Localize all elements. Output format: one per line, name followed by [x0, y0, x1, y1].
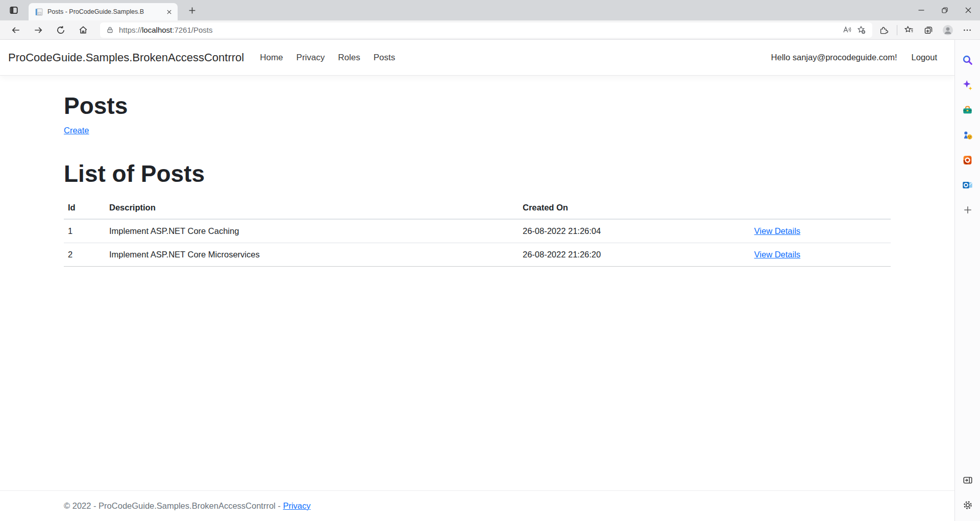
more-menu-icon[interactable]	[959, 22, 976, 38]
url-text[interactable]: https://localhost:7261/Posts	[119, 26, 840, 34]
nav-link-privacy[interactable]: Privacy	[290, 53, 332, 63]
new-tab-button[interactable]	[185, 3, 199, 17]
footer-privacy-link[interactable]: Privacy	[283, 501, 310, 510]
add-favorite-icon[interactable]	[854, 23, 868, 37]
nav-link-home[interactable]: Home	[253, 53, 289, 63]
browser-tab-strip: Posts - ProCodeGuide.Samples.B	[0, 0, 980, 20]
nav-link-posts[interactable]: Posts	[367, 53, 402, 63]
column-header-description: Description	[105, 197, 519, 219]
post-created-on-cell: 26-08-2022 21:26:20	[519, 243, 750, 267]
toolbar-divider	[897, 25, 897, 35]
posts-table: Id Description Created On 1 Implement AS…	[64, 197, 891, 267]
back-button[interactable]	[7, 22, 24, 38]
close-window-button[interactable]	[957, 0, 980, 20]
favorites-icon[interactable]	[900, 22, 918, 38]
post-description-cell: Implement ASP.NET Core Microservices	[105, 243, 519, 267]
toolbar-right-icons	[875, 22, 976, 38]
page-footer: © 2022 - ProCodeGuide.Samples.BrokenAcce…	[0, 490, 954, 521]
post-id-cell: 2	[64, 243, 105, 267]
edge-sidebar	[954, 40, 980, 521]
url-path: :7261/Posts	[172, 26, 212, 34]
settings-gear-icon[interactable]	[958, 495, 977, 515]
column-header-actions	[750, 197, 891, 219]
post-description-cell: Implement ASP.NET Core Caching	[105, 219, 519, 243]
post-created-on-cell: 26-08-2022 21:26:04	[519, 219, 750, 243]
address-bar[interactable]: https://localhost:7261/Posts	[100, 22, 872, 38]
copyright-text: © 2022 - ProCodeGuide.Samples.BrokenAcce…	[64, 501, 281, 510]
games-icon[interactable]	[958, 125, 977, 145]
browser-toolbar: https://localhost:7261/Posts	[0, 20, 980, 40]
table-row: 1 Implement ASP.NET Core Caching 26-08-2…	[64, 219, 891, 243]
lock-icon[interactable]	[106, 26, 114, 34]
column-header-created-on: Created On	[519, 197, 750, 219]
create-link[interactable]: Create	[64, 126, 89, 135]
copilot-icon[interactable]	[958, 75, 977, 94]
nav-links: Home Privacy Roles Posts	[253, 53, 402, 63]
minimize-button[interactable]	[910, 0, 933, 20]
workspaces-icon	[9, 6, 18, 15]
add-icon[interactable]	[958, 200, 977, 220]
restore-button[interactable]	[933, 0, 957, 20]
tab-close-icon[interactable]	[164, 7, 174, 16]
browser-tab-posts[interactable]: Posts - ProCodeGuide.Samples.B	[29, 3, 178, 20]
tab-title: Posts - ProCodeGuide.Samples.B	[47, 8, 164, 15]
column-header-id: Id	[64, 197, 105, 219]
nav-link-roles[interactable]: Roles	[331, 53, 366, 63]
logout-button[interactable]: Logout	[912, 53, 937, 62]
url-scheme: https://	[119, 26, 142, 34]
office-icon[interactable]	[958, 150, 977, 170]
collections-icon[interactable]	[920, 22, 937, 38]
post-id-cell: 1	[64, 219, 105, 243]
view-details-link[interactable]: View Details	[754, 226, 800, 235]
site-navbar: ProCodeGuide.Samples.BrokenAccessContrro…	[0, 40, 954, 76]
read-aloud-icon[interactable]	[840, 23, 854, 37]
sidebar-toggle-icon[interactable]	[958, 470, 977, 490]
profile-avatar[interactable]	[939, 22, 957, 38]
extensions-icon[interactable]	[875, 22, 893, 38]
refresh-button[interactable]	[52, 22, 69, 38]
page-title: Posts	[64, 92, 891, 120]
view-details-link[interactable]: View Details	[754, 250, 800, 259]
nav-right: Hello sanjay@procodeguide.com! Logout	[771, 53, 937, 62]
outlook-icon[interactable]	[958, 175, 977, 195]
brand-link[interactable]: ProCodeGuide.Samples.BrokenAccessContrro…	[8, 51, 244, 64]
table-row: 2 Implement ASP.NET Core Microservices 2…	[64, 243, 891, 267]
url-host: localhost	[142, 26, 172, 34]
tab-workspaces-button[interactable]	[6, 3, 21, 18]
home-button[interactable]	[75, 22, 92, 38]
user-greeting-link[interactable]: Hello sanjay@procodeguide.com!	[771, 53, 897, 62]
main-content: Posts Create List of Posts Id Descriptio…	[0, 76, 954, 490]
web-page: ProCodeGuide.Samples.BrokenAccessContrro…	[0, 40, 954, 521]
forward-button[interactable]	[30, 22, 47, 38]
tools-icon[interactable]	[958, 100, 977, 120]
tab-favicon-icon	[35, 8, 43, 16]
window-controls	[910, 0, 980, 20]
search-icon[interactable]	[958, 50, 977, 69]
list-of-posts-title: List of Posts	[64, 160, 891, 187]
